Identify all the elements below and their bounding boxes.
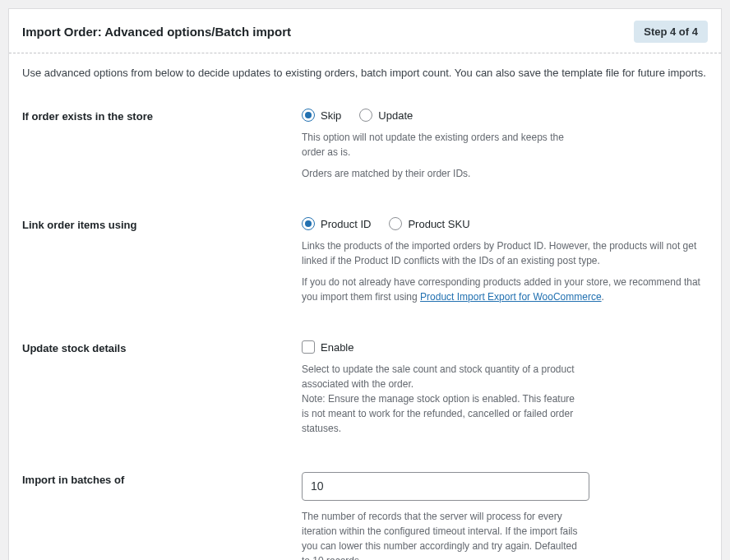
- intro-text: Use advanced options from below to decid…: [22, 67, 708, 79]
- checkbox-enable-stock-input[interactable]: [302, 340, 315, 354]
- help-if-exists-2: Orders are matched by their order IDs.: [302, 166, 581, 181]
- batch-count-input[interactable]: [302, 472, 589, 501]
- radio-product-sku-input[interactable]: [389, 217, 402, 230]
- help-if-exists-1: This option will not update the existing…: [302, 130, 581, 160]
- help-batch: The number of records that the server wi…: [302, 509, 581, 560]
- field-link-items: Link order items using Product ID Produc…: [22, 217, 708, 311]
- field-update-stock: Update stock details Enable Select to up…: [22, 340, 708, 442]
- label-update-stock: Update stock details: [22, 340, 302, 354]
- control-update-stock: Enable Select to update the sale count a…: [302, 340, 708, 442]
- panel-body: Use advanced options from below to decid…: [9, 53, 721, 560]
- field-batch: Import in batches of The number of recor…: [22, 472, 708, 560]
- radio-product-sku[interactable]: Product SKU: [389, 217, 469, 230]
- field-if-order-exists: If order exists in the store Skip Update…: [22, 109, 708, 187]
- step-indicator: Step 4 of 4: [634, 21, 708, 43]
- help-stock-1: Select to update the sale count and stoc…: [302, 362, 581, 391]
- product-import-export-link[interactable]: Product Import Export for WooCommerce: [420, 291, 602, 303]
- control-if-order-exists: Skip Update This option will not update …: [302, 109, 708, 187]
- radio-product-id[interactable]: Product ID: [302, 217, 371, 230]
- radio-update[interactable]: Update: [359, 109, 413, 122]
- radio-skip-label: Skip: [321, 109, 341, 122]
- if-exists-radio-group: Skip Update: [302, 109, 708, 122]
- help-link-items-2-post: .: [602, 291, 604, 303]
- link-items-radio-group: Product ID Product SKU: [302, 217, 708, 230]
- panel-header: Import Order: Advanced options/Batch imp…: [9, 9, 721, 53]
- help-stock-2: Note: Ensure the manage stock option is …: [302, 391, 581, 436]
- radio-skip-input[interactable]: [302, 109, 315, 122]
- help-link-items-1: Links the products of the imported order…: [302, 238, 708, 268]
- help-link-items-2: If you do not already have corresponding…: [302, 275, 708, 304]
- control-link-items: Product ID Product SKU Links the product…: [302, 217, 708, 311]
- radio-product-id-label: Product ID: [321, 218, 371, 230]
- stock-checkbox-row: Enable: [302, 340, 708, 354]
- label-link-items: Link order items using: [22, 217, 302, 231]
- radio-product-sku-label: Product SKU: [408, 218, 469, 230]
- checkbox-enable-stock[interactable]: Enable: [302, 340, 353, 354]
- label-batch: Import in batches of: [22, 472, 302, 486]
- control-batch: The number of records that the server wi…: [302, 472, 708, 560]
- page-title: Import Order: Advanced options/Batch imp…: [22, 25, 291, 39]
- radio-skip[interactable]: Skip: [302, 109, 341, 122]
- radio-product-id-input[interactable]: [302, 217, 315, 230]
- checkbox-enable-stock-label: Enable: [321, 341, 353, 354]
- import-advanced-panel: Import Order: Advanced options/Batch imp…: [8, 8, 722, 560]
- label-if-order-exists: If order exists in the store: [22, 109, 302, 123]
- radio-update-label: Update: [378, 109, 413, 122]
- radio-update-input[interactable]: [359, 109, 372, 122]
